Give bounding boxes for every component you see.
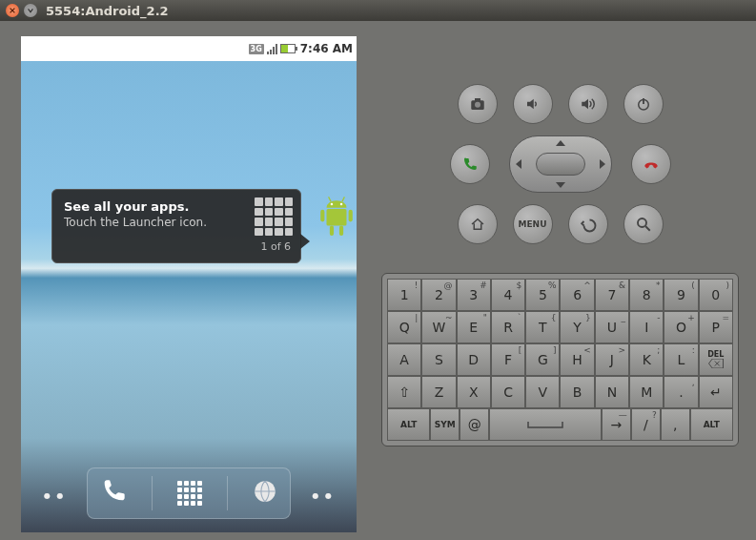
key-Y[interactable]: Y} — [560, 311, 594, 343]
wallpaper — [21, 61, 357, 532]
dpad — [505, 134, 616, 195]
search-button[interactable] — [623, 204, 664, 244]
svg-point-7 — [331, 203, 334, 206]
key-A[interactable]: A — [387, 343, 421, 376]
key-Q[interactable]: Q| — [387, 311, 421, 343]
key-L[interactable]: L: — [664, 343, 698, 376]
key-S[interactable]: S — [421, 343, 456, 376]
svg-rect-0 — [327, 209, 347, 226]
tip-count: 1 of 6 — [64, 240, 291, 253]
android-robot-icon — [317, 194, 357, 241]
key-9[interactable]: 9( — [664, 279, 698, 311]
svg-point-11 — [475, 102, 480, 108]
page-dots-right: ● ● — [312, 491, 334, 500]
key-SYM[interactable]: SYM — [430, 408, 460, 441]
power-button[interactable] — [623, 84, 664, 124]
volume-up-button[interactable] — [568, 84, 608, 124]
svg-line-6 — [342, 197, 345, 201]
dock-launcher[interactable] — [177, 481, 202, 506]
key-E[interactable]: E" — [457, 311, 491, 343]
battery-icon — [280, 44, 296, 53]
dock — [87, 467, 291, 519]
launcher-grid-icon — [255, 197, 293, 236]
svg-rect-12 — [475, 98, 480, 101]
key-K[interactable]: K; — [629, 343, 664, 376]
close-button[interactable] — [6, 4, 19, 17]
key-ALT[interactable]: ALT — [690, 408, 733, 441]
key-U[interactable]: U_ — [595, 311, 629, 343]
tutorial-tip[interactable]: See all your apps. Touch the Launcher ic… — [51, 189, 301, 263]
key-7[interactable]: 7& — [595, 279, 629, 311]
svg-line-16 — [645, 226, 650, 231]
camera-button[interactable] — [458, 84, 498, 124]
key-ALT[interactable]: ALT — [387, 408, 430, 441]
dpad-right[interactable] — [600, 159, 605, 169]
key-D[interactable]: D — [457, 343, 491, 376]
key-G[interactable]: G] — [525, 343, 560, 376]
key-DEL[interactable]: DEL — [699, 343, 733, 376]
titlebar: 5554:Android_2.2 — [0, 0, 756, 21]
key-⇧[interactable]: ⇧ — [387, 376, 421, 408]
key-.[interactable]: ., — [664, 376, 698, 408]
dock-browser[interactable] — [253, 479, 277, 508]
svg-rect-2 — [349, 210, 353, 222]
key-M[interactable]: M — [629, 376, 664, 408]
menu-button[interactable]: MENU — [513, 204, 553, 244]
dpad-down[interactable] — [556, 182, 565, 188]
dpad-center[interactable] — [536, 153, 585, 176]
svg-point-8 — [340, 203, 343, 206]
call-button[interactable] — [450, 144, 490, 184]
dpad-up[interactable] — [556, 140, 565, 146]
key-C[interactable]: C — [491, 376, 525, 408]
key-J[interactable]: J> — [595, 343, 629, 376]
key-@[interactable]: @ — [460, 408, 489, 441]
key-Z[interactable]: Z — [421, 376, 456, 408]
status-bar: 3G 7:46 AM — [21, 36, 357, 61]
key-0[interactable]: 0) — [699, 279, 733, 311]
svg-rect-3 — [330, 226, 334, 236]
key-↵[interactable]: ↵ — [699, 376, 733, 408]
clock: 7:46 AM — [300, 42, 353, 55]
key-6[interactable]: 6^ — [560, 279, 594, 311]
volume-down-button[interactable] — [513, 84, 553, 124]
key-O[interactable]: O+ — [664, 311, 698, 343]
key-space[interactable] — [489, 408, 602, 441]
key-R[interactable]: R` — [491, 311, 525, 343]
key-,[interactable]: , — [661, 408, 690, 441]
home-button[interactable] — [458, 204, 498, 244]
key-P[interactable]: P= — [699, 311, 733, 343]
key-X[interactable]: X — [457, 376, 491, 408]
key-8[interactable]: 8* — [629, 279, 664, 311]
key-T[interactable]: T{ — [525, 311, 560, 343]
window-title: 5554:Android_2.2 — [46, 4, 169, 18]
key-1[interactable]: 1! — [387, 279, 421, 311]
key-W[interactable]: W~ — [421, 311, 456, 343]
svg-rect-1 — [320, 210, 324, 222]
end-call-button[interactable] — [631, 144, 671, 184]
dpad-outer[interactable] — [509, 135, 612, 193]
minimize-button[interactable] — [24, 4, 37, 17]
back-button[interactable] — [568, 204, 608, 244]
keyboard: 1!2@3#4$5%6^7&8*9(0)Q|W~E"R`T{Y}U_I-O+P=… — [381, 273, 739, 447]
emulator-window: 5554:Android_2.2 3G 7:46 AM See all your… — [0, 0, 756, 540]
device-screen[interactable]: 3G 7:46 AM See all your apps. Touch the … — [21, 36, 357, 532]
dpad-left[interactable] — [516, 159, 521, 169]
key-I[interactable]: I- — [629, 311, 664, 343]
dock-phone[interactable] — [100, 478, 127, 509]
key-F[interactable]: F[ — [491, 343, 525, 376]
network-3g-badge: 3G — [249, 44, 264, 54]
svg-point-15 — [638, 218, 646, 227]
key-V[interactable]: V — [525, 376, 560, 408]
key-5[interactable]: 5% — [525, 279, 560, 311]
key-→[interactable]: →— — [602, 408, 631, 441]
key-4[interactable]: 4$ — [491, 279, 525, 311]
key-2[interactable]: 2@ — [421, 279, 456, 311]
key-N[interactable]: N — [595, 376, 629, 408]
svg-rect-4 — [339, 226, 343, 236]
hardware-buttons: MENU — [381, 36, 739, 273]
key-B[interactable]: B — [560, 376, 594, 408]
controls-panel: MENU 1!2@3#4$5%6^7&8*9(0)Q|W~E"R`T{Y}U_I… — [381, 21, 756, 540]
key-H[interactable]: H< — [560, 343, 594, 376]
key-3[interactable]: 3# — [457, 279, 491, 311]
key-/[interactable]: /? — [631, 408, 661, 441]
